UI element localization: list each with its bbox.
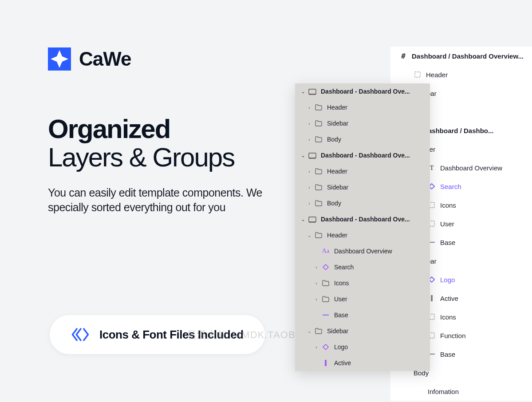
layer-label: Header: [426, 71, 448, 79]
chevron-right-icon: ›: [306, 185, 313, 190]
frame-icon: [308, 151, 316, 159]
layer-row[interactable]: ›Search: [295, 259, 430, 275]
chevron-right-icon: ›: [313, 297, 320, 302]
layer-label: Icons: [440, 201, 456, 209]
layer-row[interactable]: ›Header: [295, 163, 430, 179]
layer-row[interactable]: ›Base: [295, 307, 430, 323]
badge-text: Icons & Font Files Included: [99, 328, 244, 342]
chevron-right-icon: ›: [313, 345, 320, 350]
svg-rect-0: [415, 72, 420, 77]
svg-rect-8: [309, 153, 316, 158]
layer-row[interactable]: #Dashboard / Dashboard Overview...: [390, 47, 532, 65]
layer-label: Dashboard / Dashboard Overview...: [412, 52, 524, 60]
layer-row[interactable]: Infomation: [390, 382, 532, 401]
headline-bold: Organized: [48, 115, 296, 143]
component-icon: [322, 263, 330, 271]
group-icon: [414, 71, 422, 79]
layer-row[interactable]: ›AaDashboard Overview: [295, 243, 430, 259]
layer-label: Dashboard - Dashboard Ove...: [321, 216, 410, 223]
folder-icon: [315, 327, 323, 335]
brand-name: CaWe: [79, 48, 131, 70]
folder-icon: [315, 135, 323, 143]
chevron-right-icon: ›: [306, 201, 313, 206]
layer-label: Sidebar: [327, 184, 348, 191]
svg-rect-10: [323, 264, 328, 270]
folder-icon: [315, 183, 323, 191]
layer-label: Base: [440, 351, 455, 358]
layer-label: Sidebar: [327, 327, 348, 335]
layer-label: Header: [327, 232, 347, 239]
layer-label: Logo: [440, 276, 455, 284]
folder-icon: [315, 199, 323, 207]
chevron-right-icon: ›: [306, 121, 313, 126]
layer-label: Dashboard Overview: [440, 164, 502, 172]
folder-icon: [315, 231, 323, 239]
layer-label: Dashboard - Dashboard Ove...: [321, 88, 410, 95]
layer-row[interactable]: ›Sidebar: [295, 179, 430, 195]
frame-row[interactable]: ⌄Dashboard - Dashboard Ove...: [295, 211, 430, 227]
layer-row[interactable]: ⌄Sidebar: [295, 323, 430, 339]
layer-row[interactable]: Header: [390, 65, 532, 84]
layer-label: Dashboard - Dashboard Ove...: [321, 152, 410, 159]
brand-logo-icon: [48, 47, 71, 71]
svg-rect-11: [323, 344, 328, 350]
layer-label: Sidebar: [327, 120, 348, 127]
layer-label: Header: [327, 104, 347, 111]
layer-label: Base: [334, 311, 348, 319]
line-icon: [322, 359, 330, 367]
layer-row[interactable]: ›Body: [295, 131, 430, 147]
description-text: You can easily edit template components.…: [48, 185, 279, 214]
chevron-right-icon: ›: [313, 281, 320, 286]
brand-logo-row: CaWe: [48, 47, 296, 71]
layer-label: Header: [327, 168, 347, 175]
layer-label: Infomation: [428, 388, 459, 395]
folder-icon: [315, 167, 323, 175]
frame-icon: [308, 215, 316, 223]
layer-row[interactable]: ›Header: [295, 99, 430, 115]
chevron-down-icon: ⌄: [299, 89, 307, 94]
layer-label: User: [440, 220, 454, 228]
layer-label: Active: [440, 295, 458, 302]
layer-row[interactable]: ›Active: [295, 355, 430, 371]
chevron-right-icon: ›: [306, 105, 313, 110]
layer-row[interactable]: ›Body: [295, 195, 430, 211]
layer-label: Body: [327, 200, 341, 207]
layer-row[interactable]: ›User: [295, 291, 430, 307]
chevron-right-icon: ›: [306, 137, 313, 142]
layer-row[interactable]: ⌄Header: [295, 227, 430, 243]
frame-row[interactable]: ⌄Dashboard - Dashboard Ove...: [295, 83, 430, 99]
svg-rect-9: [309, 217, 316, 222]
layer-label: Base: [440, 239, 455, 246]
layer-label: Logo: [334, 343, 348, 351]
layer-label: Function: [440, 332, 466, 339]
chevron-down-icon: ⌄: [306, 233, 313, 238]
layer-label: User: [334, 296, 347, 303]
layer-label: Search: [440, 183, 461, 190]
layers-panel-front: ⌄Dashboard - Dashboard Ove...›Header›Sid…: [295, 83, 430, 371]
layer-label: Icons: [334, 280, 349, 287]
feature-badge: Icons & Font Files Included: [50, 315, 265, 354]
component-icon: [322, 343, 330, 351]
frame-row[interactable]: ⌄Dashboard - Dashboard Ove...: [295, 147, 430, 163]
headline-light: Layers & Groups: [48, 143, 296, 172]
layer-label: Search: [334, 264, 354, 271]
layer-label: Dashboard Overview: [334, 248, 392, 255]
chevron-down-icon: ⌄: [299, 217, 307, 222]
folder-icon: [315, 119, 323, 127]
text-icon: Aa: [322, 247, 330, 255]
chevron-right-icon: ›: [306, 169, 313, 174]
layer-row[interactable]: ›Logo: [295, 339, 430, 355]
folder-icon: [322, 295, 330, 303]
layer-row[interactable]: ›Icons: [295, 275, 430, 291]
layer-label: Body: [327, 136, 341, 143]
hash-icon: #: [399, 52, 407, 60]
layer-label: Icons: [440, 313, 456, 321]
layer-label: Active: [334, 359, 351, 367]
chevron-down-icon: ⌄: [299, 153, 307, 158]
folder-icon: [315, 103, 323, 111]
code-icon: [71, 327, 90, 343]
line-icon: [322, 311, 330, 319]
layer-row[interactable]: ›Sidebar: [295, 115, 430, 131]
chevron-down-icon: ⌄: [306, 329, 313, 334]
frame-icon: [308, 87, 316, 95]
